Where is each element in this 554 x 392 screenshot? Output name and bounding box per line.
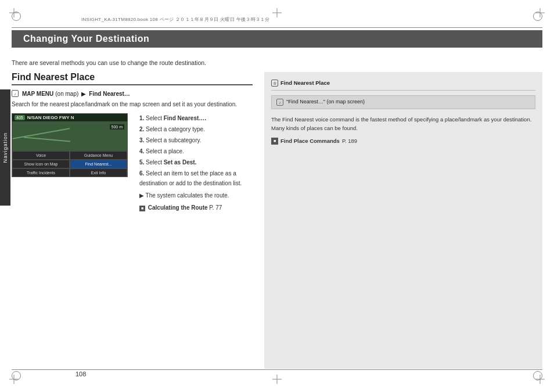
step-2: 2. Select a category type. bbox=[139, 124, 253, 134]
menu-path-dest: Find Nearest… bbox=[89, 91, 130, 97]
menu-find-nearest: Find Nearest... bbox=[70, 160, 127, 168]
nav-screen: 405 N/SAN DIEGO FWY N 500 m Voice Guidan… bbox=[12, 113, 128, 177]
voice-box-icon: ♪ bbox=[276, 99, 283, 106]
right-panel: ☆ Find Nearest Place ♪ "Find Nearest…" (… bbox=[264, 72, 542, 369]
bottom-border bbox=[12, 369, 542, 370]
nav-sidebar-label: Navigation bbox=[2, 132, 8, 163]
cross-mark-bc bbox=[272, 375, 282, 384]
intro-text: There are several methods you can use to… bbox=[12, 59, 542, 66]
step-3: 3. Select a subcategory. bbox=[139, 135, 253, 145]
menu-path: ♪ MAP MENU (on map) ▶ Find Nearest… bbox=[12, 90, 253, 97]
panel-title-icon: ☆ bbox=[271, 80, 278, 87]
nav-topbar: 405 N/SAN DIEGO FWY N bbox=[12, 114, 127, 121]
map-line-1 bbox=[13, 128, 70, 139]
top-border bbox=[12, 27, 542, 28]
step-5: 5. Select Set as Dest. bbox=[139, 157, 253, 167]
calc-route: ▶ The system calculates the route. bbox=[139, 190, 253, 200]
link-page: P. 189 bbox=[342, 137, 357, 145]
menu-path-context: (on map) bbox=[55, 91, 78, 97]
cross-mark-tl bbox=[9, 8, 19, 17]
link-icon: ■ bbox=[271, 138, 278, 145]
cross-mark-tr bbox=[535, 8, 545, 17]
calc-ref: ■ Calculating the Route P. 77 bbox=[139, 203, 253, 213]
nav-map: 500 m bbox=[12, 121, 127, 150]
left-content: Find Nearest Place ♪ MAP MENU (on map) ▶… bbox=[12, 72, 264, 369]
menu-show-icon: Show Icon on Map bbox=[12, 160, 70, 168]
menu-voice: Voice bbox=[12, 151, 70, 160]
route-badge: 405 bbox=[15, 115, 25, 120]
road-name: N/SAN DIEGO FWY N bbox=[27, 115, 74, 120]
nav-menu-grid: Voice Guidance Menu Show Icon on Map Fin… bbox=[12, 150, 127, 177]
menu-path-arrow: ▶ bbox=[81, 91, 86, 97]
map-line-2 bbox=[24, 137, 70, 142]
header-bar: Changing Your Destination bbox=[12, 30, 542, 48]
header-title: Changing Your Destination bbox=[23, 34, 149, 44]
menu-traffic: Traffic Incidents bbox=[12, 168, 70, 177]
menu-path-text: MAP MENU bbox=[22, 91, 53, 97]
right-panel-title-text: Find Nearest Place bbox=[280, 79, 330, 87]
section-title: Find Nearest Place bbox=[12, 72, 253, 85]
section-wrapper: Navigation Find Nearest Place ♪ MAP MENU… bbox=[12, 72, 542, 369]
menu-guidance: Guidance Menu bbox=[70, 151, 127, 160]
page-number: 108 bbox=[75, 371, 86, 377]
main-content: There are several methods you can use to… bbox=[12, 51, 542, 369]
cross-mark-tc bbox=[272, 8, 282, 17]
cross-mark-bl bbox=[9, 375, 19, 384]
panel-link: ■ Find Place Commands P. 189 bbox=[271, 137, 535, 145]
nav-sidebar: Navigation bbox=[0, 89, 10, 206]
voice-icon: ♪ bbox=[12, 90, 19, 97]
cross-mark-br bbox=[535, 375, 545, 384]
map-scale: 500 m bbox=[110, 124, 124, 130]
right-panel-title: ☆ Find Nearest Place bbox=[271, 79, 535, 91]
panel-description: The Find Nearest voice command is the fa… bbox=[271, 115, 535, 132]
voice-box: ♪ "Find Nearest…" (on map screen) bbox=[271, 95, 535, 109]
step-4: 4. Select a place. bbox=[139, 146, 253, 156]
file-info: INSIGHT_KA-31TM8820.book 108 ページ ２０１１年８月… bbox=[81, 16, 270, 23]
step-6: 6. Select an item to set the place as a … bbox=[139, 168, 253, 188]
section-description: Search for the nearest place/landmark on… bbox=[12, 100, 253, 109]
ref-icon: ■ bbox=[139, 206, 145, 211]
steps-list: 1. Select Find Nearest…. 2. Select a cat… bbox=[139, 113, 253, 213]
voice-box-text: "Find Nearest…" (on map screen) bbox=[286, 98, 365, 106]
menu-exit-info: Exit Info bbox=[70, 168, 127, 177]
link-bold: Find Place Commands bbox=[280, 137, 340, 145]
step-1: 1. Select Find Nearest…. bbox=[139, 113, 253, 123]
